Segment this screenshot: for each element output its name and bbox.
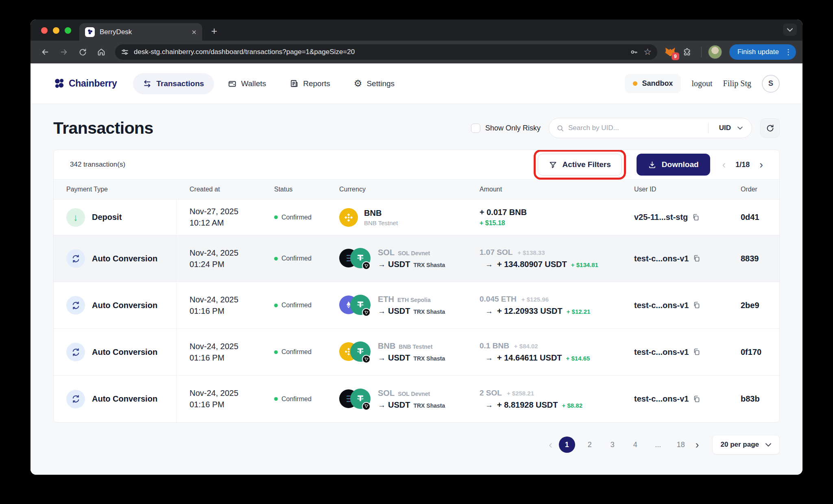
password-key-icon[interactable] — [630, 48, 639, 56]
reload-icon[interactable] — [74, 44, 91, 60]
order-id-value: 2be9 — [741, 301, 759, 310]
table-row[interactable]: Auto Conversion Nov-24, 202501:24 PM Con… — [54, 235, 779, 282]
nav-label-settings: Settings — [366, 79, 395, 88]
from-currency-symbol: BNB — [378, 341, 395, 351]
nav-label-transactions: Transactions — [156, 79, 204, 88]
main-content: Transactions Show Only Risky UID — [31, 104, 802, 475]
to-amount: + 14.64611 USDT — [497, 353, 562, 363]
page-button-2[interactable]: 2 — [582, 437, 598, 453]
table-row[interactable]: Auto Conversion Nov-24, 202501:16 PM Con… — [54, 282, 779, 329]
forward-icon[interactable] — [56, 44, 72, 60]
page-button-1[interactable]: 1 — [559, 437, 575, 453]
browser-tab[interactable]: BerryDesk × — [79, 23, 202, 41]
to-currency-network: TRX Shasta — [413, 402, 445, 409]
extensions-puzzle-icon[interactable] — [680, 45, 695, 59]
download-button[interactable]: Download — [637, 154, 710, 176]
from-fiat: + $84.02 — [514, 343, 538, 350]
table-row[interactable]: Auto Conversion Nov-24, 202501:16 PM Con… — [54, 376, 779, 422]
risky-label: Show Only Risky — [485, 124, 541, 133]
currency-pair-icons — [339, 247, 372, 270]
pager-prev-icon[interactable]: ‹ — [722, 159, 726, 170]
close-window-button[interactable] — [41, 27, 48, 34]
search-box[interactable]: UID — [549, 118, 752, 138]
table-pager: ‹ 1/18 › — [722, 159, 763, 170]
from-currency-network: ETH Sepolia — [397, 297, 431, 303]
auto-conversion-icon — [66, 390, 85, 408]
tab-search-chevron-icon[interactable] — [783, 24, 797, 36]
back-icon[interactable] — [37, 44, 53, 60]
from-currency-network: BNB Testnet — [399, 343, 432, 350]
berrydesk-favicon — [85, 27, 95, 37]
maximize-window-button[interactable] — [65, 27, 71, 34]
nav-item-transactions[interactable]: Transactions — [133, 73, 214, 94]
status-label: Confirmed — [281, 395, 312, 403]
created-date: Nov-24, 2025 — [190, 389, 261, 398]
pagination-prev-icon[interactable]: ‹ — [549, 439, 552, 450]
to-currency-network: TRX Shasta — [413, 262, 445, 268]
new-tab-button[interactable]: + — [211, 25, 217, 37]
download-icon — [648, 161, 656, 169]
pager-next-icon[interactable]: › — [759, 159, 763, 170]
browser-menu-kebab-icon[interactable]: ⋮ — [785, 48, 792, 56]
risky-checkbox[interactable] — [471, 124, 480, 133]
copy-icon[interactable] — [691, 213, 700, 222]
copy-icon[interactable] — [692, 348, 701, 356]
active-filters-button[interactable]: Active Filters — [538, 154, 622, 176]
url-bar[interactable]: desk-stg.chainberry.com/dashboard/transa… — [115, 44, 657, 60]
created-date: Nov-24, 2025 — [190, 342, 261, 351]
tab-close-icon[interactable]: × — [192, 28, 196, 36]
home-icon[interactable] — [93, 44, 109, 60]
minimize-window-button[interactable] — [53, 27, 59, 34]
payment-type-label: Auto Conversion — [92, 254, 157, 263]
metamask-extension-icon[interactable]: 9 — [663, 45, 678, 59]
arrow-right-icon: → — [485, 401, 493, 410]
search-icon — [556, 124, 564, 132]
per-page-select[interactable]: 20 per page — [712, 435, 780, 454]
status-dot-icon — [274, 397, 278, 401]
nav-right: Sandbox logout Filip Stg S — [625, 74, 780, 93]
header-order: Order — [728, 186, 779, 193]
copy-icon[interactable] — [692, 254, 701, 263]
page-button-4[interactable]: 4 — [627, 437, 643, 453]
header-payment-type: Payment Type — [54, 186, 177, 193]
trx-badge-icon — [362, 308, 371, 317]
page-button-3[interactable]: 3 — [604, 437, 621, 453]
nav-item-wallets[interactable]: Wallets — [218, 73, 276, 94]
chainberry-logo[interactable]: Chainberry — [53, 78, 117, 90]
table-row[interactable]: Auto Conversion Nov-24, 202501:16 PM Con… — [54, 329, 779, 376]
copy-icon[interactable] — [692, 301, 701, 310]
site-settings-icon[interactable] — [121, 48, 129, 56]
search-field-select[interactable]: UID — [713, 124, 746, 132]
nav-item-settings[interactable]: ⚙ Settings — [344, 72, 404, 95]
refresh-icon — [766, 124, 774, 133]
search-input[interactable] — [568, 124, 704, 132]
copy-icon[interactable] — [692, 395, 701, 404]
refresh-button[interactable] — [760, 118, 780, 138]
nav-item-reports[interactable]: Reports — [280, 73, 340, 94]
user-avatar[interactable]: S — [762, 75, 780, 93]
to-fiat: + $134.81 — [571, 261, 598, 268]
created-time: 01:24 PM — [190, 260, 261, 269]
bookmark-star-icon[interactable]: ☆ — [643, 47, 652, 57]
created-date: Nov-24, 2025 — [190, 248, 261, 258]
currency-pair-icons — [339, 340, 372, 364]
show-only-risky-toggle[interactable]: Show Only Risky — [471, 124, 541, 133]
sandbox-dot-icon — [633, 81, 637, 86]
order-id-value: 0d41 — [741, 213, 759, 222]
table-row[interactable]: ↓ Deposit Nov-27, 202510:12 AM Confirmed… — [54, 200, 779, 235]
chainberry-logo-icon — [53, 78, 65, 90]
report-icon — [290, 79, 299, 88]
arrow-right-icon: → — [378, 307, 386, 316]
payment-type-label: Auto Conversion — [92, 348, 157, 357]
window-controls — [41, 27, 71, 34]
user-id-value: test-c...ons-v1 — [634, 301, 689, 310]
page-title: Transactions — [53, 119, 153, 138]
per-page-value: 20 per page — [721, 441, 759, 449]
page-button-18[interactable]: 18 — [673, 437, 689, 453]
logout-link[interactable]: logout — [691, 79, 712, 88]
url-text[interactable]: desk-stg.chainberry.com/dashboard/transa… — [134, 48, 625, 56]
finish-update-button[interactable]: Finish update ⋮ — [729, 44, 796, 60]
browser-profile-avatar[interactable] — [708, 45, 722, 59]
to-fiat: + $8.82 — [562, 402, 582, 409]
pagination-next-icon[interactable]: › — [696, 439, 699, 450]
